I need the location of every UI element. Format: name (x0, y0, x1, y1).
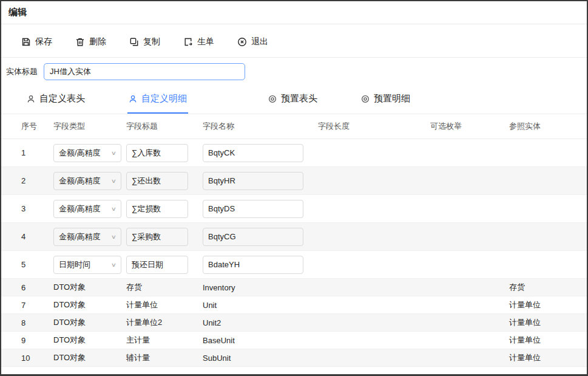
cell-row-number: 6 (1, 279, 49, 296)
tab-label: 预置明细 (374, 93, 410, 104)
cell-optional-enum (425, 251, 504, 279)
cell-field-length (313, 349, 425, 367)
cell-field-name: Inventory (198, 279, 313, 296)
cell-field-length (313, 332, 425, 349)
titlebar: 编辑 (1, 1, 587, 24)
cell-optional-enum (425, 167, 504, 195)
cell-optional-enum (425, 314, 504, 332)
cell-reference-entity (504, 167, 587, 195)
field-title-input[interactable] (126, 172, 188, 190)
copy-button[interactable]: 复制 (129, 36, 160, 47)
delete-icon (75, 37, 85, 47)
cell-optional-enum (425, 139, 504, 167)
table-row: 1金额/高精度∨ (1, 139, 587, 167)
table-row: 8DTO对象计量单位2Unit2计量单位 (1, 314, 587, 332)
table-row: 6DTO对象存货Inventory存货 (1, 279, 587, 296)
field-name-input[interactable] (203, 256, 303, 274)
person-icon (27, 95, 35, 103)
cell-reference-entity (504, 195, 587, 223)
cell-row-number: 3 (1, 195, 49, 223)
cell-field-title (121, 139, 198, 167)
chevron-down-icon: ∨ (111, 150, 117, 156)
tab-preset-header[interactable]: 预置表头 (267, 86, 319, 114)
cell-reference-entity: 存货 (504, 279, 587, 296)
field-title-input[interactable] (126, 144, 188, 162)
table-row: 3金额/高精度∨ (1, 195, 587, 223)
cell-field-name (198, 251, 313, 279)
save-button-label: 保存 (35, 36, 52, 47)
person-icon (129, 95, 137, 103)
cell-optional-enum (425, 349, 504, 367)
table-row: 9DTO对象主计量BaseUnit计量单位 (1, 332, 587, 349)
field-title-input[interactable] (126, 228, 188, 246)
cell-field-length (313, 314, 425, 332)
cell-field-title: 计量单位 (121, 296, 198, 314)
cell-row-number: 8 (1, 314, 49, 332)
field-type-value: 金额/高精度 (59, 148, 101, 159)
cell-field-title: 辅计量 (121, 349, 198, 367)
cell-field-title: 存货 (121, 279, 198, 296)
column-header-0: 序号 (1, 114, 49, 139)
field-type-value: 金额/高精度 (59, 176, 101, 186)
cell-optional-enum (425, 296, 504, 314)
field-type-select[interactable]: 金额/高精度∨ (53, 228, 121, 246)
fields-table-wrap: 序号字段类型字段标题字段名称字段长度可选枚举参照实体 1金额/高精度∨2金额/高… (1, 114, 587, 374)
chevron-down-icon: ∨ (111, 262, 117, 268)
cell-field-title (121, 195, 198, 223)
chevron-down-icon: ∨ (111, 178, 117, 184)
field-type-select[interactable]: 金额/高精度∨ (53, 172, 121, 190)
table-row: 5日期时间∨ (1, 251, 587, 279)
toolbar: 保存删除复制生单退出 (1, 24, 587, 58)
field-name-input[interactable] (203, 144, 303, 162)
field-type-select[interactable]: 金额/高精度∨ (53, 144, 121, 162)
entity-title-input[interactable] (44, 63, 245, 80)
cell-row-number: 7 (1, 296, 49, 314)
field-title-input[interactable] (126, 200, 188, 218)
cell-field-name (198, 167, 313, 195)
cell-row-number: 10 (1, 349, 49, 367)
field-type-select[interactable]: 日期时间∨ (53, 256, 121, 274)
field-title-input[interactable] (126, 256, 188, 274)
cell-field-length (313, 296, 425, 314)
tab-preset-detail[interactable]: 预置明细 (360, 86, 411, 114)
cell-optional-enum (425, 332, 504, 349)
delete-button-label: 删除 (89, 36, 106, 47)
save-button[interactable]: 保存 (21, 36, 52, 47)
column-header-6: 参照实体 (504, 114, 587, 139)
table-header-row: 序号字段类型字段标题字段名称字段长度可选枚举参照实体 (1, 114, 587, 139)
tab-custom-header[interactable]: 自定义表头 (25, 86, 86, 114)
field-name-input[interactable] (203, 172, 303, 190)
cell-field-length (313, 195, 425, 223)
cell-field-type: 金额/高精度∨ (49, 139, 121, 167)
cell-field-name (198, 139, 313, 167)
tab-bar: 自定义表头自定义明细预置表头预置明细 (1, 86, 587, 114)
field-type-select[interactable]: 金额/高精度∨ (53, 200, 121, 218)
cell-field-length (313, 223, 425, 251)
field-name-input[interactable] (203, 228, 303, 246)
cell-reference-entity: 计量单位 (504, 332, 587, 349)
column-header-3: 字段名称 (198, 114, 313, 139)
entity-title-label: 实体标题 (6, 66, 38, 77)
cell-field-type: DTO对象 (49, 332, 121, 349)
page-title: 编辑 (8, 7, 27, 17)
cell-field-title (121, 251, 198, 279)
chevron-down-icon: ∨ (111, 206, 117, 212)
cell-field-title (121, 167, 198, 195)
exit-button[interactable]: 退出 (237, 36, 268, 47)
generate-button[interactable]: 生单 (183, 36, 214, 47)
tab-custom-detail[interactable]: 自定义明细 (127, 86, 188, 114)
field-type-value: 金额/高精度 (59, 231, 101, 242)
cell-field-type: DTO对象 (49, 279, 121, 296)
cell-reference-entity: 计量单位 (504, 349, 587, 367)
gear-icon (361, 95, 370, 103)
table-row: 7DTO对象计量单位Unit计量单位 (1, 296, 587, 314)
entity-title-row: 实体标题 (1, 58, 587, 86)
cell-reference-entity: 计量单位 (504, 314, 587, 332)
cell-reference-entity: 计量单位 (504, 296, 587, 314)
table-row: 10DTO对象辅计量SubUnit计量单位 (1, 349, 587, 367)
cell-field-type: DTO对象 (49, 349, 121, 367)
tab-label: 自定义明细 (141, 93, 187, 104)
cell-field-length (313, 139, 425, 167)
field-name-input[interactable] (203, 200, 303, 218)
delete-button[interactable]: 删除 (75, 36, 106, 47)
